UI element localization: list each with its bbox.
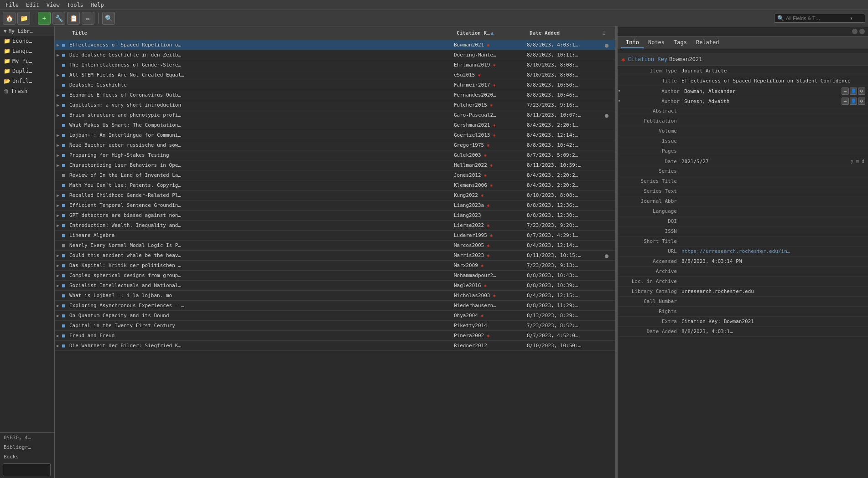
table-row[interactable]: ▶ ■ Capitalism: a very short introductio… xyxy=(55,100,615,110)
col-header-citation[interactable]: Citation K… ▲ xyxy=(454,30,527,36)
search-button[interactable]: 🔍 xyxy=(102,12,115,25)
author-1-person-btn[interactable]: 👤 xyxy=(850,87,857,95)
home-button[interactable]: 🏠 xyxy=(3,12,16,25)
field-value-accessed[interactable]: 8/8/2023, 4:03:14 PM xyxy=(681,257,868,264)
sidebar-bottom-item-2[interactable]: Books xyxy=(0,452,54,462)
field-value-series-title[interactable] xyxy=(681,177,868,178)
tab-related[interactable]: Related xyxy=(691,37,724,48)
library-header[interactable]: ▼ My Libr… xyxy=(0,26,54,36)
table-row[interactable]: ■ Deutsche Geschichte Fahrmeir2017 ✱ 8/8… xyxy=(55,80,615,90)
author-2-person-btn[interactable]: 👤 xyxy=(850,98,857,105)
pencil-button[interactable]: ✏️ xyxy=(82,12,94,25)
field-value-extra[interactable]: Citation Key: Bowman2021 xyxy=(681,318,868,324)
table-row[interactable]: ■ What is Lojban? =: i la lojban. mo Nic… xyxy=(55,291,615,301)
search-dropdown[interactable]: ▾ xyxy=(850,15,853,21)
table-row[interactable]: ■ What Makes Us Smart: The Computation… … xyxy=(55,120,615,130)
tab-tags[interactable]: Tags xyxy=(669,37,691,48)
table-row[interactable]: ▶ ■ Could this ancient whale be the heav… xyxy=(55,251,615,261)
field-value-publication[interactable] xyxy=(681,117,868,118)
menu-file[interactable]: File xyxy=(2,1,22,9)
field-value-title[interactable]: Effectiveness of Spaced Repetition on St… xyxy=(681,77,868,84)
field-value-doi[interactable] xyxy=(681,217,868,218)
row-date: 7/23/2023, 9:16:… xyxy=(527,102,600,108)
table-row[interactable]: ▶ ■ Exploring Asynchronous Experiences –… xyxy=(55,301,615,311)
field-value-loc--in-archive[interactable] xyxy=(681,278,868,278)
attach-button[interactable]: 📋 xyxy=(67,12,80,25)
field-value-series-text[interactable] xyxy=(681,187,868,188)
search-input[interactable] xyxy=(786,15,850,21)
table-row[interactable]: ▶ ■ On Quantum Capacity and its Bound Oh… xyxy=(55,311,615,321)
table-row[interactable]: ▶ ■ Efficient Temporal Sentence Groundin… xyxy=(55,200,615,211)
table-row[interactable]: ■ Review of In the Land of Invented La… … xyxy=(55,170,615,180)
table-row[interactable]: ▶ ■ Complex spherical designs from group… xyxy=(55,271,615,281)
author-1-minus-btn[interactable]: — xyxy=(842,87,849,95)
field-value-archive[interactable] xyxy=(681,267,868,268)
field-value-abstract[interactable] xyxy=(681,107,868,108)
field-value-library-catalog[interactable]: urresearch.rochester.edu xyxy=(681,288,868,294)
author-2-minus-btn[interactable]: — xyxy=(842,98,849,105)
field-value-date[interactable]: 2021/5/27 xyxy=(681,158,851,164)
table-row[interactable]: ▶ ■ Effectiveness of Spaced Repetition o… xyxy=(55,40,615,50)
table-row[interactable]: ▶ ■ Freud and Freud Pinera2002 ✱ 8/7/202… xyxy=(55,331,615,341)
new-collection-button[interactable]: 📁 xyxy=(17,12,30,25)
table-row[interactable]: ■ Nearly Every Normal Modal Logic Is P… … xyxy=(55,241,615,251)
table-row[interactable]: ▶ ■ Characterizing User Behaviors in Ope… xyxy=(55,160,615,170)
field-value-pages[interactable] xyxy=(681,147,868,148)
field-value-issn[interactable] xyxy=(681,227,868,228)
tab-notes[interactable]: Notes xyxy=(644,37,669,48)
menu-tools[interactable]: Tools xyxy=(63,1,87,9)
sidebar-bottom-item-1[interactable]: Bibliogr… xyxy=(0,442,54,452)
sidebar-item-econo[interactable]: 📁 Econo… xyxy=(0,36,54,46)
field-value-series[interactable] xyxy=(681,167,868,168)
field-value-rights[interactable] xyxy=(681,308,868,308)
table-row[interactable]: ■ Math You Can't Use: Patents, Copyrig… … xyxy=(55,180,615,190)
table-row[interactable]: ■ Lineare Algebra Luderer1995 ✱ 8/7/2023… xyxy=(55,231,615,241)
table-row[interactable]: ▶ ■ Economic Effects of Coronavirus Outb… xyxy=(55,90,615,100)
field-value-issue[interactable] xyxy=(681,137,868,138)
table-row[interactable]: ▶ ■ Die deutsche Geschichte in den Zeitb… xyxy=(55,50,615,60)
field-value-author-2[interactable]: Suresh, Advaith xyxy=(684,98,842,104)
table-row[interactable]: ▶ ■ Socialist Intellectuals and National… xyxy=(55,281,615,291)
table-row[interactable]: ▶ ■ Das Kapital: Kritik der politischen … xyxy=(55,261,615,271)
table-row[interactable]: ▶ ■ All STEM Fields Are Not Created Equa… xyxy=(55,70,615,80)
table-row[interactable]: ▶ ■ Preparing for High-Stakes Testing Gu… xyxy=(55,150,615,160)
tab-info[interactable]: Info xyxy=(621,37,644,48)
field-value-author-1[interactable]: Bowman, Alexander xyxy=(684,87,842,94)
menu-view[interactable]: View xyxy=(43,1,63,9)
sidebar-bottom-item-0[interactable]: 05B30, 4… xyxy=(0,433,54,442)
edit-button[interactable]: 🔧 xyxy=(52,12,65,25)
add-button[interactable]: + xyxy=(38,12,51,25)
menu-edit[interactable]: Edit xyxy=(22,1,43,9)
sidebar-item-langu[interactable]: 📁 Langu… xyxy=(0,46,54,56)
field-value-language[interactable] xyxy=(681,207,868,208)
col-header-title[interactable]: Title xyxy=(69,30,454,36)
search-box[interactable]: 🔍 ▾ xyxy=(774,14,865,23)
table-row[interactable]: ▶ ■ Neue Buecher ueber russische und sow… xyxy=(55,140,615,150)
field-label-doi: DOI xyxy=(618,217,681,224)
col-header-date[interactable]: Date Added xyxy=(527,30,600,36)
table-row[interactable]: ▶ ■ Die Wahrheit der Bilder: Siegfried K… xyxy=(55,341,615,351)
author-1-settings-btn[interactable]: ⚙ xyxy=(858,87,865,95)
sidebar-item-dupli[interactable]: 📁 Dupli… xyxy=(0,66,54,76)
table-row[interactable]: ▶ ■ Introduction: Wealth, Inequality and… xyxy=(55,221,615,231)
table-row[interactable]: ▶ ■ Brain structure and phenotypic profi… xyxy=(55,110,615,120)
field-value-item-type[interactable]: Journal Article xyxy=(681,67,868,74)
table-row[interactable]: ■ The Interrelatedness of Gender-Stere… … xyxy=(55,60,615,70)
field-value-short-title[interactable] xyxy=(681,237,868,238)
field-value-volume[interactable] xyxy=(681,127,868,128)
table-row[interactable]: ■ Capital in the Twenty-First Century Pi… xyxy=(55,321,615,331)
sidebar-item-unfil[interactable]: 📂 Unfil… xyxy=(0,76,54,86)
field-value-url[interactable]: https://urresearch.rochester.edu/in… xyxy=(681,247,868,254)
menu-help[interactable]: Help xyxy=(87,1,108,9)
author-2-settings-btn[interactable]: ⚙ xyxy=(858,98,865,105)
field-value-call-number[interactable] xyxy=(681,298,868,298)
table-row[interactable]: ▶ ■ Recalled Childhood Gender-Related Pl… xyxy=(55,190,615,200)
sidebar-item-trash[interactable]: 🗑 Trash xyxy=(0,86,54,96)
table-row[interactable]: ▶ ■ Lojban++: An Interlingua for Communi… xyxy=(55,130,615,140)
tag-filter-box[interactable] xyxy=(3,463,51,476)
sidebar-item-mypu[interactable]: 📁 My Pu… xyxy=(0,56,54,66)
field-value-date-added[interactable]: 8/8/2023, 4:03:1… xyxy=(681,328,868,334)
table-row[interactable]: ▶ ■ GPT detectors are biased against non… xyxy=(55,211,615,221)
row-date: 8/8/2023, 10:42:… xyxy=(527,142,600,148)
field-value-journal-abbr[interactable] xyxy=(681,197,868,198)
